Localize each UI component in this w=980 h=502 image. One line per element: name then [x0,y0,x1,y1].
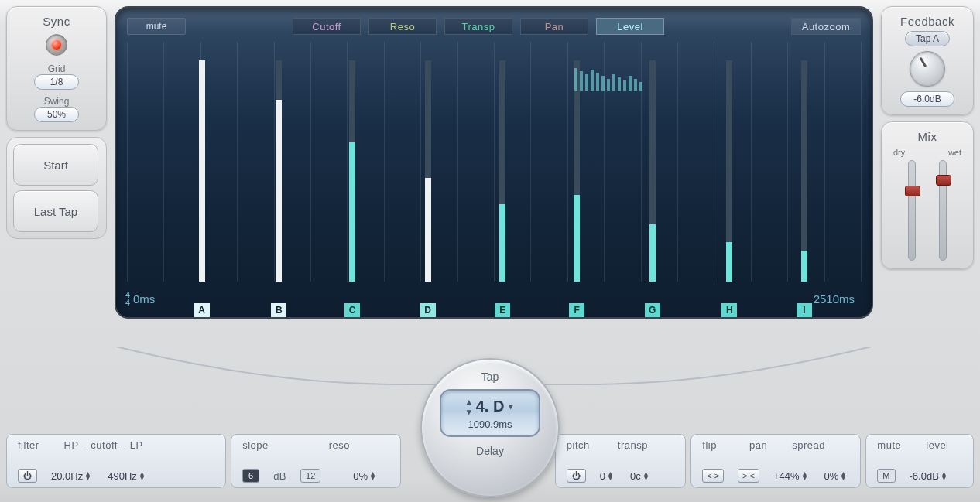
sync-panel: Sync Grid 1/8 Swing 50% [6,6,107,131]
slope-12-button[interactable]: 12 [300,469,320,483]
mute-label: mute [877,439,901,451]
tap-display: mute Cutoff Reso Transp Pan Level Autozo… [115,6,873,319]
feedback-value[interactable]: -6.0dB [900,91,954,107]
tap-dropdown-icon[interactable]: ▾ [509,401,513,412]
pan-value[interactable]: +44%▴▾ [773,470,810,482]
spectrum-icon [574,65,649,91]
tap-bar-fill [349,142,355,282]
start-button[interactable]: Start [13,144,98,186]
sync-toggle-button[interactable] [46,34,67,56]
tap-letter-D[interactable]: D [420,303,436,317]
slope-6-button[interactable]: 6 [242,469,259,483]
mute-tab[interactable]: mute [127,18,186,35]
left-column: Sync Grid 1/8 Swing 50% Start Last Tap [6,6,107,239]
tap-letter-F[interactable]: F [569,303,584,317]
display-bottom-row: 44 0ms 2510ms ABCDEFGHI [127,286,861,317]
tap-bar-fill [574,195,580,282]
delay-designer-app: Sync Grid 1/8 Swing 50% Start Last Tap m… [0,0,980,502]
tap-letter-B[interactable]: B [271,303,286,317]
last-tap-button[interactable]: Last Tap [13,190,98,232]
tap-bar-fill [726,242,732,282]
pitch-label: pitch [567,439,590,451]
tap-time-value[interactable]: 1090.9ms [468,418,512,430]
sync-led-icon [52,40,61,50]
mute-button[interactable]: M [877,469,895,483]
tab-pan[interactable]: Pan [520,18,588,35]
wet-label: wet [948,148,961,157]
tap-mode-panel: Start Last Tap [6,137,107,239]
sync-label: Sync [43,15,70,28]
spread-value[interactable]: 0%▴▾ [824,470,850,482]
spread-label: spread [792,439,825,451]
mix-label: Mix [918,130,937,143]
tap-dial-top-label: Tap [481,371,499,383]
tap-up-down-icon[interactable]: ▴▾ [467,397,471,417]
tap-selector[interactable]: ▴▾ 4. D ▾ 1090.9ms [440,389,540,437]
feedback-panel: Feedback Tap A -6.0dB [881,6,974,115]
swing-label: Swing [44,96,70,107]
grid-value[interactable]: 1/8 [34,74,79,90]
tap-letter-C[interactable]: C [344,303,360,317]
tap-letter-H[interactable]: H [721,303,737,317]
grid-label: Grid [48,63,66,74]
pan-box: flip pan spread <·> >·< +44%▴▾ 0%▴▾ [690,434,861,488]
center-display-wrap: mute Cutoff Reso Transp Pan Level Autozo… [115,6,873,319]
lp-value[interactable]: 490Hz▴▾ [108,470,148,482]
tap-dial[interactable]: Tap ▴▾ 4. D ▾ 1090.9ms Delay [420,358,560,497]
tap-grid[interactable]: 000000000 [127,42,861,282]
tap-bar-bg [801,60,807,282]
mix-sliders [908,160,947,261]
tap-letter-strip: ABCDEFGHI [127,300,861,317]
mix-panel: Mix dry wet [881,121,974,269]
filter-label: filter [18,439,39,451]
feedback-source[interactable]: Tap A [905,31,950,46]
tap-dial-bottom-label: Delay [476,445,504,457]
slope-db-label: dB [273,470,286,482]
filter-power-button[interactable]: ⏻ [18,469,37,483]
tap-bar-fill [801,251,807,282]
param-tabs: Cutoff Reso Transp Pan Level [293,18,664,35]
tap-bar-fill [649,224,656,282]
tap-letter-A[interactable]: A [194,303,210,317]
tab-reso[interactable]: Reso [368,18,437,35]
swing-value[interactable]: 50% [34,107,79,122]
slope-reso-box: slope reso 6 dB 12 0%▴▾ [231,434,400,488]
tap-letter-E[interactable]: E [495,303,510,317]
top-area: Sync Grid 1/8 Swing 50% Start Last Tap m… [6,6,974,347]
tap-letter-G[interactable]: G [645,303,660,317]
dry-slider[interactable] [908,160,916,261]
wet-slider-thumb[interactable] [936,175,951,186]
right-column: Feedback Tap A -6.0dB Mix dry wet [881,6,974,269]
pan-label: pan [749,439,767,451]
filter-box: filter HP – cutoff – LP ⏻ 20.0Hz▴▾ 490Hz… [6,434,226,488]
tab-cutoff[interactable]: Cutoff [293,18,361,35]
reso-value[interactable]: 0%▴▾ [353,470,379,482]
feedback-knob[interactable] [910,51,945,87]
hp-value[interactable]: 20.0Hz▴▾ [51,470,94,482]
pitch-power-button[interactable]: ⏻ [567,469,586,483]
cutoff-label: HP – cutoff – LP [64,439,143,451]
wet-slider[interactable] [939,160,947,261]
tap-bar-fill [199,60,205,282]
tap-bar-fill [276,100,282,282]
flip-stereo-button[interactable]: >·< [738,469,759,483]
level-value[interactable]: -6.0dB▴▾ [910,470,950,482]
flip-label: flip [702,439,717,451]
autozoom-wrap: Autozoom [791,18,861,35]
pitch-box: pitch transp ⏻ 0▴▾ 0c▴▾ [555,434,687,488]
output-box: mute level M -6.0dB▴▾ [865,434,974,488]
tab-level[interactable]: Level [596,18,664,35]
tap-bar-fill [499,204,505,282]
dry-label: dry [893,148,905,157]
autozoom-button[interactable]: Autozoom [791,18,861,35]
tab-transp[interactable]: Transp [444,18,512,35]
flip-lr-button[interactable]: <·> [702,469,724,483]
transp-coarse-value[interactable]: 0▴▾ [600,470,616,482]
tap-letter-I[interactable]: I [797,303,812,317]
mix-sublabels: dry wet [893,148,961,157]
display-top-row: mute Cutoff Reso Transp Pan Level Autozo… [127,15,861,37]
transp-label: transp [618,439,648,451]
transp-fine-value[interactable]: 0c▴▾ [630,470,652,482]
dry-slider-thumb[interactable] [905,186,920,196]
level-label: level [926,439,948,451]
